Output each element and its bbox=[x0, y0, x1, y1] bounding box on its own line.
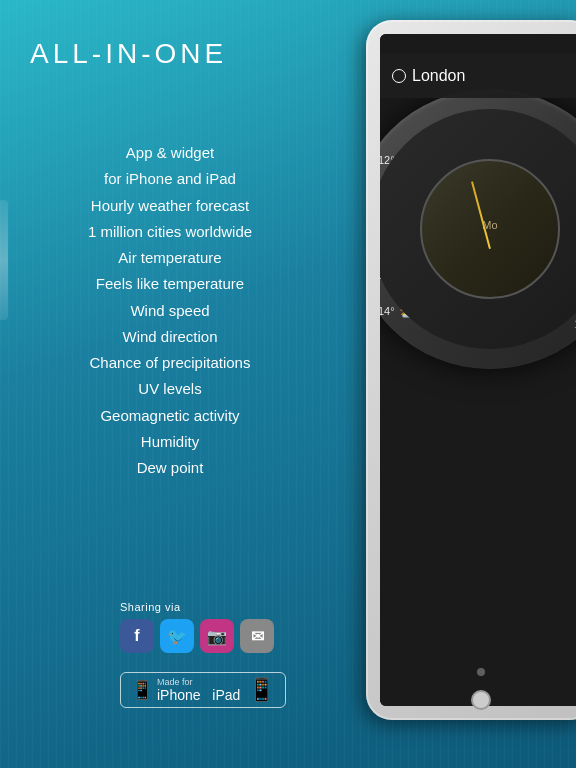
twitter-share-button[interactable]: 🐦 bbox=[160, 619, 194, 653]
feature-humidity: Humidity bbox=[20, 429, 320, 455]
home-indicator bbox=[477, 668, 485, 676]
feature-iphone-ipad: for iPhone and iPad bbox=[20, 166, 320, 192]
sharing-icons-row: f 🐦 📷 ✉ bbox=[120, 619, 274, 653]
feature-geomagnetic: Geomagnetic activity bbox=[20, 403, 320, 429]
instagram-share-button[interactable]: 📷 bbox=[200, 619, 234, 653]
badge-devices-label: iPhone iPad bbox=[157, 688, 240, 702]
app-header: London bbox=[380, 54, 576, 98]
dial-middle-ring: Mo bbox=[380, 109, 576, 349]
feature-wind-speed: Wind speed bbox=[20, 298, 320, 324]
twitter-icon: 🐦 bbox=[167, 627, 187, 646]
features-list: App & widget for iPhone and iPad Hourly … bbox=[0, 140, 320, 481]
city-display: London bbox=[392, 67, 465, 85]
ipad-outer-shell: London 23 22 21 20 19 bbox=[366, 20, 576, 720]
main-container: ALL-IN-ONE App & widget for iPhone and i… bbox=[0, 0, 576, 768]
feature-cities: 1 million cities worldwide bbox=[20, 219, 320, 245]
globe-icon bbox=[392, 69, 406, 83]
dial-outer-ring: 23 22 21 20 19 12° ⛅ 12° bbox=[380, 89, 576, 369]
email-icon: ✉ bbox=[251, 627, 264, 646]
app-screen: London 23 22 21 20 19 bbox=[380, 34, 576, 706]
feature-air-temp: Air temperature bbox=[20, 245, 320, 271]
feature-precipitation: Chance of precipitations bbox=[20, 350, 320, 376]
feature-hourly: Hourly weather forecast bbox=[20, 193, 320, 219]
made-for-label: Made for bbox=[157, 678, 240, 687]
facebook-icon: f bbox=[134, 627, 139, 645]
sharing-label: Sharing via bbox=[120, 601, 274, 613]
ipad-screen-area: London 23 22 21 20 19 bbox=[380, 34, 576, 706]
feature-app-widget: App & widget bbox=[20, 140, 320, 166]
dial-inner-ring: Mo bbox=[420, 159, 560, 299]
email-share-button[interactable]: ✉ bbox=[240, 619, 274, 653]
iphone-device-icon: 📱 bbox=[131, 679, 153, 701]
feature-dew-point: Dew point bbox=[20, 455, 320, 481]
ipad-mockup: London 23 22 21 20 19 bbox=[366, 20, 576, 740]
weather-dial: 23 22 21 20 19 12° ⛅ 12° bbox=[380, 89, 576, 369]
sharing-section: Sharing via f 🐦 📷 ✉ bbox=[120, 601, 274, 653]
city-name: London bbox=[412, 67, 465, 85]
feature-wind-direction: Wind direction bbox=[20, 324, 320, 350]
ipad-device-icon: 📱 bbox=[248, 677, 275, 703]
feature-feels-like: Feels like temperature bbox=[20, 271, 320, 297]
ipad-home-button[interactable] bbox=[471, 690, 491, 710]
facebook-share-button[interactable]: f bbox=[120, 619, 154, 653]
instagram-icon: 📷 bbox=[207, 627, 227, 646]
page-title: ALL-IN-ONE bbox=[30, 38, 330, 70]
platform-badge: 📱 Made for iPhone iPad 📱 bbox=[120, 672, 286, 708]
feature-uv: UV levels bbox=[20, 376, 320, 402]
